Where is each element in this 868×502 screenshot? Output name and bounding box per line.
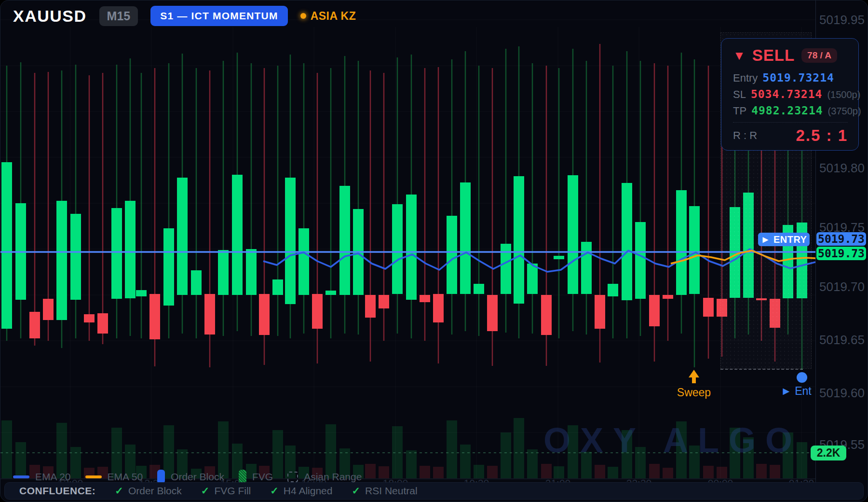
sweep-up-arrow-icon bbox=[689, 370, 699, 377]
volume-bar bbox=[595, 465, 605, 478]
entry-marker-dot[interactable] bbox=[797, 372, 807, 383]
volume-bar bbox=[447, 420, 457, 478]
sweep-label: Sweep bbox=[675, 386, 713, 399]
volume-bar bbox=[527, 449, 538, 478]
candle-body bbox=[43, 299, 54, 320]
check-icon: ✓ bbox=[270, 485, 279, 497]
watermark: OXY ALGO bbox=[543, 420, 802, 460]
volume-bar bbox=[649, 464, 660, 478]
candle-body bbox=[676, 190, 687, 295]
entry-flag-label[interactable]: ► ENTRY bbox=[758, 233, 810, 246]
volume-bar bbox=[420, 466, 430, 478]
candle-body bbox=[259, 294, 270, 335]
signal-direction: SELL bbox=[752, 46, 795, 65]
candle-body bbox=[246, 249, 257, 295]
legend-item-fvg[interactable]: FVG bbox=[239, 470, 273, 484]
candle-body bbox=[84, 314, 95, 322]
candle-body bbox=[608, 284, 618, 296]
entry-price-tag[interactable]: 5019.73 bbox=[816, 232, 866, 246]
volume-bar bbox=[365, 464, 376, 478]
timeframe-badge[interactable]: M15 bbox=[99, 6, 138, 26]
volume-bar bbox=[501, 432, 511, 478]
candle-body bbox=[568, 175, 578, 294]
candle-body bbox=[232, 175, 243, 295]
legend-item-ema-50[interactable]: EMA 50 bbox=[85, 471, 143, 483]
session-dot-icon bbox=[300, 13, 306, 19]
candle-body bbox=[595, 295, 605, 329]
candle-body bbox=[474, 284, 484, 294]
candle-body bbox=[433, 294, 444, 322]
chart-surface[interactable]: OXY ALGO ► ENTRY Sweep ► Ent 12:0013:301… bbox=[0, 0, 815, 502]
legend-label: Order Block bbox=[171, 471, 224, 483]
candle-body bbox=[703, 298, 714, 317]
volume-bar bbox=[1, 420, 12, 478]
volume-bar bbox=[703, 466, 714, 478]
price-axis-label: 5019.80 bbox=[819, 161, 865, 176]
price-axis-label: 5019.65 bbox=[819, 333, 865, 348]
candle-body bbox=[460, 182, 471, 294]
sl-row-value: 5034.73214 bbox=[751, 88, 822, 100]
entry-row-value: 5019.73214 bbox=[762, 71, 834, 84]
candle-body bbox=[392, 204, 403, 294]
price-axis-label: 5019.95 bbox=[819, 13, 865, 28]
price-axis-label: 5019.60 bbox=[819, 386, 865, 401]
check-icon: ✓ bbox=[115, 485, 123, 497]
entry-marker-label: ► Ent bbox=[781, 385, 812, 398]
volume-bar bbox=[406, 450, 417, 478]
candle-body bbox=[554, 256, 564, 259]
candle-body bbox=[379, 295, 389, 308]
legend-label: EMA 20 bbox=[35, 471, 71, 483]
rr-value: 2.5 : 1 bbox=[796, 126, 848, 145]
signal-score-badge: 78 / A bbox=[801, 48, 837, 63]
legend-dashed-swatch bbox=[287, 472, 298, 482]
volume-bar bbox=[663, 468, 673, 478]
volume-badge: 2.2K bbox=[811, 446, 846, 460]
legend-item-order-block[interactable]: Order Block bbox=[157, 470, 224, 484]
candle-body bbox=[326, 291, 336, 295]
confluence-label: Order Block bbox=[128, 485, 182, 497]
check-icon: ✓ bbox=[352, 485, 360, 497]
candle-body bbox=[125, 201, 136, 298]
volume-bar bbox=[514, 418, 524, 478]
candle-body bbox=[97, 313, 108, 334]
candle-body bbox=[149, 294, 160, 339]
tp-row-value: 4982.23214 bbox=[751, 104, 823, 117]
confluence-item-fvg-fill: ✓FVG Fill bbox=[201, 485, 251, 497]
legend-line-swatch bbox=[13, 475, 29, 478]
sweep-up-arrow-stem bbox=[692, 377, 696, 383]
confluence-label: FVG Fill bbox=[214, 485, 251, 497]
candle-body bbox=[406, 195, 417, 300]
candle-body bbox=[272, 279, 283, 295]
volume-bar bbox=[608, 467, 618, 478]
header-bar: XAUUSD M15 S1 — ICT MOMENTUM ASIA KZ bbox=[0, 0, 579, 31]
candle-body bbox=[365, 295, 376, 318]
strategy-badge[interactable]: S1 — ICT MOMENTUM bbox=[150, 6, 287, 26]
candle-body bbox=[312, 294, 323, 329]
candle-body bbox=[527, 264, 538, 294]
candle-body bbox=[204, 294, 215, 335]
legend-pill-swatch bbox=[157, 470, 165, 484]
candle-body bbox=[541, 295, 552, 335]
candle-body bbox=[177, 178, 188, 295]
price-axis-label: 5019.70 bbox=[819, 279, 865, 294]
legend-item-asian-range[interactable]: Asian Range bbox=[287, 471, 362, 483]
asian-range-bottom-line bbox=[720, 369, 803, 370]
session-label: ASIA KZ bbox=[311, 10, 356, 23]
candle-body bbox=[339, 186, 350, 295]
candle-body bbox=[111, 208, 122, 299]
legend-label: Asian Range bbox=[304, 471, 362, 483]
volume-bar bbox=[474, 465, 484, 478]
candle-body bbox=[635, 222, 646, 299]
legend-item-ema-20[interactable]: EMA 20 bbox=[13, 471, 71, 483]
volume-bar bbox=[433, 467, 444, 478]
volume-bar bbox=[756, 464, 767, 478]
tp-row-label: TP bbox=[733, 105, 746, 117]
legend-hatch-swatch bbox=[239, 470, 246, 484]
candle-body bbox=[622, 183, 632, 300]
confluence-label: H4 Aligned bbox=[284, 485, 333, 497]
sl-row-pips: (1500p) bbox=[827, 89, 860, 100]
volume-bar bbox=[541, 464, 552, 478]
candle-body bbox=[447, 216, 457, 294]
candle-body bbox=[581, 242, 592, 294]
candle-body bbox=[649, 295, 660, 326]
